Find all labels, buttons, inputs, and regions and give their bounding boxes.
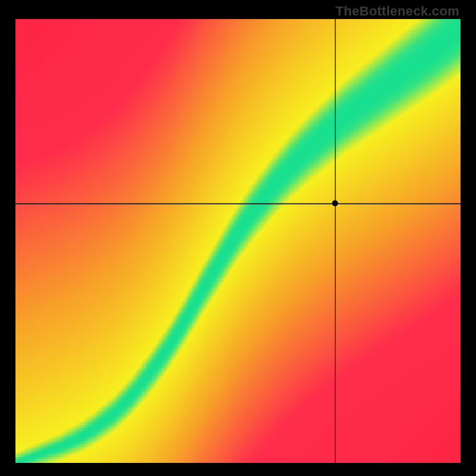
overlay-canvas: [15, 19, 461, 463]
chart-frame: TheBottleneck.com: [0, 0, 476, 476]
watermark-text: TheBottleneck.com: [336, 4, 459, 19]
